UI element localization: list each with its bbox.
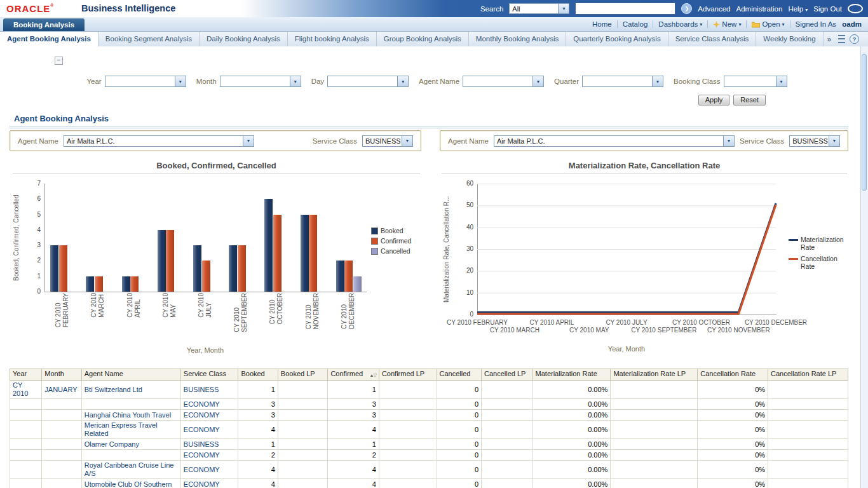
dashboard-tab[interactable]: Quarterly Booking Analysis <box>566 32 668 46</box>
dropdown-arrow-icon[interactable]: ▼ <box>558 4 569 13</box>
new-menu[interactable]: New▾ <box>713 20 741 28</box>
cell-agent-name[interactable]: Merican Express Travel Related <box>81 421 180 439</box>
cell-service-class[interactable]: ECONOMY <box>180 410 238 421</box>
cell-agent-name[interactable]: Bti Switzerland Ltd <box>81 381 180 399</box>
bar-booked[interactable] <box>301 215 309 292</box>
home-link[interactable]: Home <box>592 20 612 28</box>
reset-button[interactable]: Reset <box>733 95 766 105</box>
dropdown-arrow-icon[interactable]: ▼ <box>532 76 543 86</box>
agent-name-select[interactable]: Air Malta P.L.C. ▼ <box>64 135 254 147</box>
cell-agent-name[interactable]: Olamer Company <box>81 439 180 450</box>
open-menu[interactable]: Open▾ <box>752 20 784 28</box>
user-name[interactable]: oadm <box>842 20 862 28</box>
dropdown-arrow-icon[interactable]: ▼ <box>243 136 254 146</box>
column-header[interactable]: Month <box>42 369 81 381</box>
service-class-select[interactable]: BUSINESS ▼ <box>789 135 840 147</box>
catalog-link[interactable]: Catalog <box>623 20 648 28</box>
column-header[interactable]: Booked <box>238 369 278 381</box>
column-header[interactable]: Cancellation Rate <box>698 369 768 381</box>
cell-month[interactable]: JANUARY <box>42 381 81 399</box>
dashboard-tab[interactable]: Monthly Booking Analysis <box>469 32 566 46</box>
advanced-link[interactable]: Advanced <box>698 5 730 13</box>
collapse-icon[interactable]: − <box>55 57 63 65</box>
column-header[interactable]: Agent Name <box>81 369 180 381</box>
bar-confirmed[interactable] <box>59 245 67 292</box>
column-header[interactable]: ▲▽Confirmed <box>328 369 379 381</box>
cell-agent-name[interactable]: Hanghai China Youth Travel <box>81 410 180 421</box>
vertical-scrollbar[interactable] <box>860 46 868 488</box>
dashboards-menu[interactable]: Dashboards▾ <box>658 20 702 28</box>
sort-icon[interactable]: ▲▽ <box>370 371 376 379</box>
bar-confirmed[interactable] <box>166 230 174 292</box>
column-header[interactable]: Cancellation Rate LP <box>768 369 848 381</box>
bar-confirmed[interactable] <box>95 276 103 292</box>
dropdown-arrow-icon[interactable]: ▼ <box>776 76 787 86</box>
dashboard-tab[interactable]: Booking Segment Analysis <box>98 32 200 46</box>
prompt-select[interactable]: ▼ <box>105 76 186 87</box>
column-header[interactable]: Booked LP <box>278 369 328 381</box>
column-header[interactable]: Confirmed LP <box>379 369 437 381</box>
search-scope-select[interactable]: All ▼ <box>509 3 569 14</box>
column-header[interactable]: Cancelled LP <box>482 369 533 381</box>
dropdown-arrow-icon[interactable]: ▼ <box>290 76 301 86</box>
dropdown-arrow-icon[interactable]: ▼ <box>652 76 663 86</box>
bar-booked[interactable] <box>193 245 201 292</box>
bar-confirmed[interactable] <box>344 261 353 292</box>
column-header[interactable]: Materialization Rate LP <box>611 369 698 381</box>
bar-booked[interactable] <box>229 245 237 292</box>
agent-name-select[interactable]: Air Malta P.L.C. ▼ <box>494 135 735 147</box>
dropdown-arrow-icon[interactable]: ▼ <box>175 76 186 86</box>
column-header[interactable]: Service Class <box>180 369 238 381</box>
sign-out-link[interactable]: Sign Out <box>813 5 842 13</box>
page-options-icon[interactable] <box>838 35 845 43</box>
scrollbar-thumb[interactable] <box>862 54 867 191</box>
cell-service-class[interactable]: ECONOMY <box>180 479 238 488</box>
dropdown-arrow-icon[interactable]: ▼ <box>723 136 734 146</box>
bar-cancelled[interactable] <box>353 276 362 292</box>
tab-overflow-icon[interactable]: » <box>824 35 836 44</box>
administration-link[interactable]: Administration <box>736 5 783 13</box>
prompt-select[interactable]: ▼ <box>582 76 663 87</box>
cell-service-class[interactable]: ECONOMY <box>180 399 238 410</box>
cell-service-class[interactable]: BUSINESS <box>180 381 238 399</box>
prompt-select[interactable]: ▼ <box>724 76 787 87</box>
search-go-button[interactable]: ❯ <box>681 3 692 14</box>
bar-confirmed[interactable] <box>309 215 317 292</box>
bar-booked[interactable] <box>86 276 94 292</box>
dashboard-tab[interactable]: Agent Booking Analysis <box>0 32 98 46</box>
bar-booked[interactable] <box>50 245 58 292</box>
help-menu[interactable]: Help ▾ <box>788 5 808 13</box>
cell-agent-name[interactable]: Utomobile Club Of Southern <box>81 479 180 488</box>
service-class-select[interactable]: BUSINESS ▼ <box>362 135 413 147</box>
bar-booked[interactable] <box>336 261 344 292</box>
dashboard-tab[interactable]: Group Booking Analysis <box>377 32 469 46</box>
cell-service-class[interactable]: BUSINESS <box>180 439 238 450</box>
dropdown-arrow-icon[interactable]: ▼ <box>402 136 412 146</box>
prompt-select[interactable]: ▼ <box>220 76 301 87</box>
prompt-select[interactable]: ▼ <box>327 76 409 87</box>
cell-agent-name[interactable]: Royal Caribbean Cruise Line A/S <box>81 461 180 479</box>
bar-confirmed[interactable] <box>273 215 281 292</box>
dashboard-tab[interactable]: Flight booking Analysis <box>288 32 377 46</box>
dashboard-tab[interactable]: Service Class Analysis <box>668 32 757 46</box>
active-page-tab[interactable]: Booking Analysis <box>3 18 85 31</box>
bar-confirmed[interactable] <box>130 276 139 292</box>
help-icon[interactable]: ? <box>850 34 859 44</box>
cell-service-class[interactable]: ECONOMY <box>180 450 238 461</box>
bar-booked[interactable] <box>122 276 130 292</box>
dashboard-tab[interactable]: Weekly Booking <box>756 32 823 46</box>
cell-year[interactable]: CY 2010 <box>10 381 42 399</box>
apply-button[interactable]: Apply <box>698 95 730 105</box>
column-header[interactable]: Year <box>10 369 42 381</box>
dropdown-arrow-icon[interactable]: ▼ <box>397 76 408 86</box>
column-header[interactable]: Cancelled <box>437 369 481 381</box>
bar-confirmed[interactable] <box>202 261 210 292</box>
dropdown-arrow-icon[interactable]: ▼ <box>829 136 839 146</box>
bar-booked[interactable] <box>264 199 273 292</box>
bar-confirmed[interactable] <box>238 245 246 292</box>
column-header[interactable]: Materialization Rate <box>532 369 611 381</box>
prompt-select[interactable]: ▼ <box>463 76 544 87</box>
dashboard-tab[interactable]: Daily Booking Analysis <box>200 32 288 46</box>
bar-booked[interactable] <box>158 230 166 292</box>
cell-service-class[interactable]: ECONOMY <box>180 421 238 439</box>
